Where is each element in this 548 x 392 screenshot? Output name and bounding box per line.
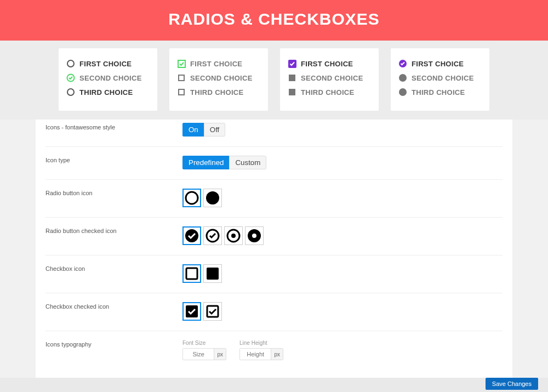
radio-icon-options [182, 189, 503, 207]
save-changes-button[interactable]: Save Changes [486, 378, 538, 390]
icon-option-dot-outline[interactable] [224, 226, 243, 245]
checkbox-checked-icon-options [182, 302, 503, 321]
svg-rect-13 [207, 268, 219, 280]
svg-point-11 [252, 234, 256, 238]
radio-check-icon [66, 73, 75, 82]
radio-checked-icon-options [182, 226, 503, 245]
row-label-radio-icon: Radio button icon [45, 189, 182, 207]
checkbox-outline-icon [177, 88, 186, 96]
btn-predefined[interactable]: Predefined [182, 156, 230, 169]
choice-item[interactable]: FIRST CHOICE [398, 59, 482, 68]
icon-option-dot-filled[interactable] [245, 226, 264, 245]
btn-custom[interactable]: Custom [229, 156, 266, 169]
choice-label: THIRD CHOICE [301, 88, 355, 96]
svg-point-5 [206, 191, 219, 204]
icon-option-check-outline[interactable] [203, 226, 222, 245]
line-height-input[interactable] [240, 349, 271, 360]
icon-option-circle-outline[interactable] [182, 189, 201, 207]
toggle-off[interactable]: Off [204, 123, 226, 137]
checkbox-icon-options [182, 264, 503, 283]
radio-filled-check-icon [398, 59, 407, 68]
choice-item[interactable]: FIRST CHOICE [66, 59, 150, 68]
icon-option-check-square-filled[interactable] [182, 302, 201, 321]
settings-panel: Icons - fontawesome style On Off Icon ty… [36, 120, 512, 392]
preview-card-radio-outline: FIRST CHOICE SECOND CHOICE THIRD CHOICE [59, 48, 157, 111]
choice-item[interactable]: SECOND CHOICE [288, 73, 371, 82]
hero-banner: RADIOS & CHECKBOXES [0, 0, 548, 41]
preview-card-radio-filled: FIRST CHOICE SECOND CHOICE THIRD CHOICE [391, 48, 489, 111]
page-title: RADIOS & CHECKBOXES [0, 10, 548, 29]
icon-option-check-square-outline[interactable] [203, 302, 222, 321]
choice-label: FIRST CHOICE [412, 60, 464, 68]
radio-filled-icon [398, 73, 407, 82]
choice-label: FIRST CHOICE [79, 60, 132, 68]
footer-bar: Save Changes [0, 378, 548, 392]
preview-card-checkbox-filled: FIRST CHOICE SECOND CHOICE THIRD CHOICE [280, 48, 379, 111]
toggle-icon-type[interactable]: Predefined Custom [182, 156, 266, 169]
choice-item[interactable]: FIRST CHOICE [288, 59, 371, 68]
line-height-group: Line Height px [239, 340, 283, 360]
choice-label: SECOND CHOICE [79, 74, 142, 82]
font-size-unit: px [214, 349, 226, 360]
toggle-on[interactable]: On [182, 123, 204, 137]
choice-item[interactable]: FIRST CHOICE [177, 59, 260, 68]
font-size-group: Font Size px [182, 340, 226, 360]
checkbox-outline-icon [177, 73, 186, 82]
font-size-input[interactable] [183, 349, 214, 360]
choice-item[interactable]: THIRD CHOICE [288, 88, 371, 96]
checkbox-filled-icon [288, 88, 296, 96]
choice-label: SECOND CHOICE [190, 74, 253, 82]
line-height-unit: px [271, 349, 283, 360]
choice-label: SECOND CHOICE [412, 74, 474, 82]
font-size-label: Font Size [182, 340, 226, 346]
choice-label: THIRD CHOICE [190, 88, 244, 96]
choice-label: FIRST CHOICE [190, 60, 242, 68]
line-height-label: Line Height [239, 340, 283, 346]
choice-label: SECOND CHOICE [301, 74, 363, 82]
checkbox-check-icon [177, 59, 186, 68]
radio-filled-icon [398, 88, 407, 96]
choice-label: FIRST CHOICE [301, 60, 353, 68]
svg-rect-12 [186, 268, 197, 279]
choice-item[interactable]: THIRD CHOICE [398, 88, 482, 96]
toggle-fa-style[interactable]: On Off [182, 123, 225, 137]
choice-item[interactable]: SECOND CHOICE [398, 73, 482, 82]
radio-outline-icon [66, 59, 75, 68]
row-label-radio-checked-icon: Radio button checked icon [45, 226, 182, 245]
choice-item[interactable]: THIRD CHOICE [66, 88, 150, 96]
choice-item[interactable]: SECOND CHOICE [66, 73, 150, 82]
choice-item[interactable]: THIRD CHOICE [177, 88, 260, 96]
preview-card-checkbox-outline: FIRST CHOICE SECOND CHOICE THIRD CHOICE [169, 48, 268, 111]
row-label-fa-style: Icons - fontawesome style [45, 123, 182, 137]
svg-point-9 [231, 234, 236, 238]
row-label-checkbox-checked-icon: Checkbox checked icon [45, 302, 182, 321]
preview-strip: FIRST CHOICE SECOND CHOICE THIRD CHOICE … [0, 41, 548, 120]
icon-option-check-filled[interactable] [182, 226, 201, 245]
row-label-checkbox-icon: Checkbox icon [45, 264, 182, 283]
row-label-icon-type: Icon type [45, 156, 182, 169]
icon-option-circle-filled[interactable] [203, 189, 222, 207]
radio-outline-icon [66, 88, 75, 96]
icon-option-square-filled[interactable] [203, 264, 222, 283]
checkbox-filled-check-icon [288, 59, 296, 68]
icon-option-square-outline[interactable] [182, 264, 201, 283]
checkbox-filled-icon [288, 73, 296, 82]
choice-item[interactable]: SECOND CHOICE [177, 73, 260, 82]
choice-label: THIRD CHOICE [79, 88, 133, 96]
svg-point-4 [186, 192, 198, 204]
choice-label: THIRD CHOICE [412, 88, 465, 96]
